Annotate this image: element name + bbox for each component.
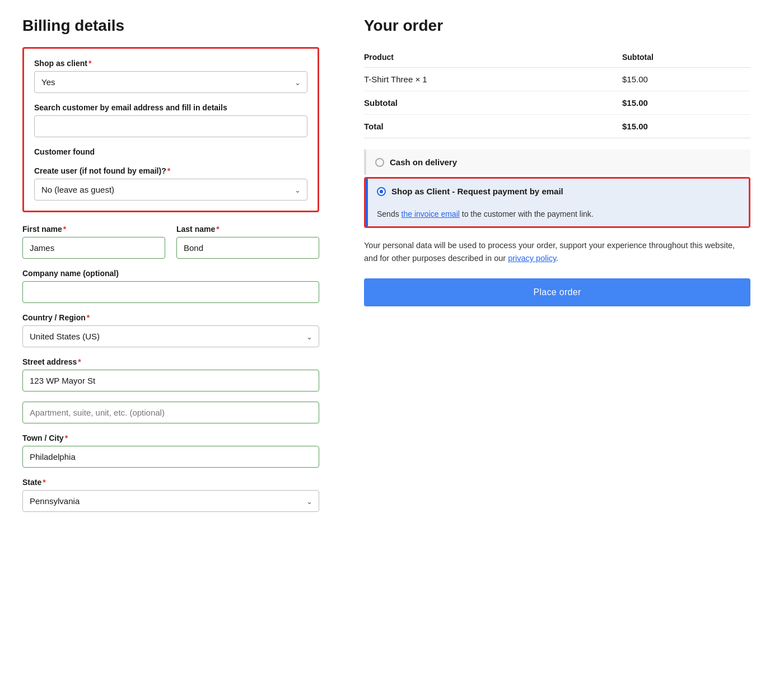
shop-client-payment-label: Shop as Client - Request payment by emai… (391, 187, 563, 196)
required-star-4: * (216, 225, 219, 234)
payment-methods: Cash on delivery Shop as Client - Reques… (364, 150, 750, 228)
subtotal-label: Subtotal (364, 91, 622, 115)
cash-on-delivery-wrapper: Cash on delivery (364, 150, 750, 175)
required-star-7: * (65, 434, 68, 442)
state-label: State* (22, 478, 319, 487)
state-select[interactable]: Pennsylvania (22, 490, 319, 512)
place-order-button[interactable]: Place order (364, 278, 750, 306)
first-name-input[interactable] (22, 237, 165, 259)
search-customer-input[interactable] (34, 115, 307, 137)
invoice-email-link[interactable]: the invoice email (402, 209, 460, 218)
shop-client-payment-wrapper: Shop as Client - Request payment by emai… (364, 177, 750, 228)
privacy-text-end: . (556, 254, 558, 263)
city-label: Town / City* (22, 434, 319, 442)
privacy-policy-link[interactable]: privacy policy (508, 254, 556, 263)
billing-heading: Billing details (22, 17, 319, 35)
required-star-8: * (43, 478, 45, 487)
company-field: Company name (optional) (22, 269, 319, 303)
city-field: Town / City* (22, 434, 319, 468)
street-label: Street address* (22, 357, 319, 366)
shop-as-client-select-wrapper: Yes No ⌄ (34, 71, 307, 93)
name-row: First name* Last name* (22, 225, 319, 259)
subtotal-row: Subtotal $15.00 (364, 91, 750, 115)
required-star-3: * (63, 225, 66, 234)
col-product: Product (364, 47, 622, 68)
customer-found-field: Customer found (34, 147, 307, 156)
order-heading: Your order (364, 17, 750, 35)
required-star-6: * (78, 357, 81, 366)
shop-as-client-select[interactable]: Yes No (34, 71, 307, 93)
search-customer-field: Search customer by email address and fil… (34, 103, 307, 137)
required-star-1: * (88, 59, 91, 68)
country-label: Country / Region* (22, 313, 319, 322)
create-user-select[interactable]: No (leave as guest) Yes (34, 179, 307, 201)
state-select-wrapper: Pennsylvania ⌄ (22, 490, 319, 512)
order-subtotal-1: $15.00 (622, 68, 750, 91)
shop-client-payment-option[interactable]: Shop as Client - Request payment by emai… (366, 179, 749, 204)
search-customer-label: Search customer by email address and fil… (34, 103, 307, 112)
shop-client-section: Shop as client* Yes No ⌄ Search customer… (22, 47, 319, 212)
order-row-1: T-Shirt Three × 1 $15.00 (364, 68, 750, 91)
state-field: State* Pennsylvania ⌄ (22, 478, 319, 512)
radio-unselected-icon (375, 158, 384, 167)
company-input[interactable] (22, 281, 319, 303)
order-product-1: T-Shirt Three × 1 (364, 68, 622, 91)
apartment-field (22, 402, 319, 423)
company-label: Company name (optional) (22, 269, 319, 278)
cash-on-delivery-label: Cash on delivery (390, 157, 457, 167)
customer-found-label: Customer found (34, 147, 307, 156)
last-name-input[interactable] (176, 237, 319, 259)
country-field: Country / Region* United States (US) ⌄ (22, 313, 319, 347)
col-subtotal: Subtotal (622, 47, 750, 68)
required-star-2: * (167, 166, 170, 175)
payment-desc-suffix: to the customer with the payment link. (460, 209, 594, 218)
order-table: Product Subtotal T-Shirt Three × 1 $15.0… (364, 47, 750, 138)
total-label: Total (364, 115, 622, 138)
total-row: Total $15.00 (364, 115, 750, 138)
street-input[interactable] (22, 370, 319, 392)
first-name-field: First name* (22, 225, 165, 259)
last-name-field: Last name* (176, 225, 319, 259)
subtotal-value: $15.00 (622, 91, 750, 115)
city-input[interactable] (22, 446, 319, 468)
apartment-input[interactable] (22, 402, 319, 423)
street-field: Street address* (22, 357, 319, 392)
radio-selected-icon (377, 187, 386, 196)
cash-on-delivery-option[interactable]: Cash on delivery (364, 150, 750, 175)
country-select-wrapper: United States (US) ⌄ (22, 325, 319, 347)
privacy-notice: Your personal data will be used to proce… (364, 239, 750, 265)
total-value: $15.00 (622, 115, 750, 138)
required-star-5: * (87, 313, 90, 322)
shop-client-payment-desc: Sends the invoice email to the customer … (366, 204, 749, 226)
create-user-select-wrapper: No (leave as guest) Yes ⌄ (34, 179, 307, 201)
shop-as-client-label: Shop as client* (34, 59, 307, 68)
shop-as-client-field: Shop as client* Yes No ⌄ (34, 59, 307, 93)
first-name-label: First name* (22, 225, 165, 234)
payment-desc-prefix: Sends (377, 209, 402, 218)
create-user-label: Create user (if not found by email)?* (34, 166, 307, 175)
last-name-label: Last name* (176, 225, 319, 234)
country-select[interactable]: United States (US) (22, 325, 319, 347)
create-user-field: Create user (if not found by email)?* No… (34, 166, 307, 201)
